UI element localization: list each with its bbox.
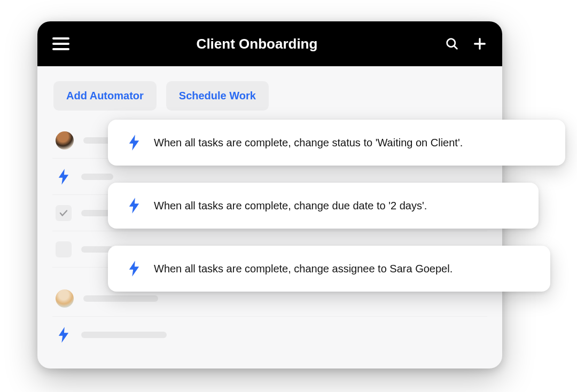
bolt-icon (126, 261, 142, 277)
automation-description: When all tasks are complete, change stat… (154, 137, 463, 149)
task-placeholder (83, 295, 158, 302)
automation-description: When all tasks are complete, change due … (154, 200, 427, 212)
schedule-work-button[interactable]: Schedule Work (166, 81, 269, 111)
checkbox-checked[interactable] (56, 205, 72, 221)
task-row[interactable] (52, 317, 487, 353)
automation-description: When all tasks are complete, change assi… (154, 263, 453, 275)
automation-card[interactable]: When all tasks are complete, change due … (108, 183, 539, 229)
automation-card[interactable]: When all tasks are complete, change assi… (108, 246, 550, 292)
hamburger-icon[interactable] (52, 37, 69, 50)
plus-icon[interactable] (472, 36, 487, 51)
page-title: Client Onboarding (82, 36, 432, 52)
toolbar: Add Automator Schedule Work (37, 66, 502, 122)
task-placeholder (81, 332, 167, 338)
bolt-icon (126, 198, 142, 214)
avatar (56, 289, 74, 308)
app-header: Client Onboarding (37, 21, 502, 66)
svg-line-1 (454, 46, 457, 49)
bolt-icon (126, 135, 142, 151)
bolt-icon (56, 169, 72, 185)
checkbox-unchecked[interactable] (56, 241, 72, 257)
search-icon[interactable] (445, 36, 459, 51)
bolt-icon (56, 327, 72, 343)
avatar (56, 131, 74, 150)
task-placeholder (81, 174, 113, 180)
add-automator-button[interactable]: Add Automator (53, 81, 157, 111)
automation-card[interactable]: When all tasks are complete, change stat… (108, 120, 565, 166)
